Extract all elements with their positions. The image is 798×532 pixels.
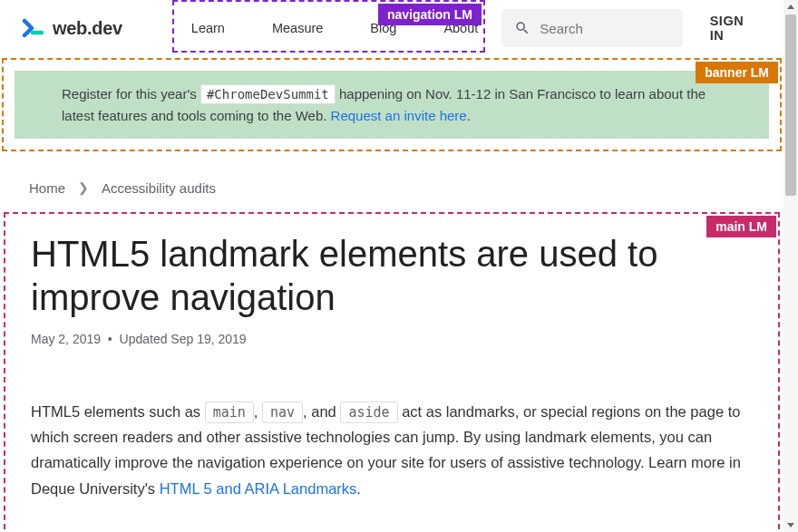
article: HTML5 landmark elements are used to impr… <box>5 214 778 519</box>
vertical-scrollbar[interactable] <box>783 0 798 532</box>
landmark-label-main: main LM <box>706 216 776 237</box>
search-icon <box>514 20 530 36</box>
code-nav: nav <box>262 401 303 423</box>
scroll-down-icon[interactable] <box>787 523 794 527</box>
webdev-logo-icon <box>22 14 47 43</box>
article-paragraph-1: HTML5 elements such as main, nav, and as… <box>31 399 753 501</box>
nav-about[interactable]: About <box>420 3 501 53</box>
nav-learn[interactable]: Learn <box>168 3 248 53</box>
search-input[interactable] <box>540 21 669 36</box>
code-main: main <box>205 401 254 423</box>
search-box[interactable] <box>501 9 682 47</box>
signin-button[interactable]: SIGN IN <box>710 14 762 43</box>
landmark-overlay-banner: banner LM Register for this year's #Chro… <box>2 58 782 151</box>
chevron-right-icon: ❯ <box>78 180 89 195</box>
header: web.dev Learn Measure Blog About navigat… <box>0 0 783 56</box>
aria-landmarks-link[interactable]: HTML 5 and ARIA Landmarks <box>160 480 357 497</box>
updated-date: Sep 19, 2019 <box>170 332 246 346</box>
logo[interactable]: web.dev <box>22 14 122 43</box>
published-date: May 2, 2019 <box>31 332 101 346</box>
breadcrumb-current[interactable]: Accessibility audits <box>102 180 216 196</box>
landmark-label-banner: banner LM <box>696 62 778 83</box>
nav-blog[interactable]: Blog <box>346 3 420 53</box>
nav-measure[interactable]: Measure <box>248 3 346 53</box>
article-dates: May 2, 2019 • Updated Sep 19, 2019 <box>31 332 753 346</box>
updated-label: Updated <box>120 332 168 346</box>
primary-nav: Learn Measure Blog About <box>168 3 501 53</box>
breadcrumb: Home ❯ Accessibility audits <box>0 151 783 203</box>
landmark-overlay-main: main LM HTML5 landmark elements are used… <box>4 212 780 532</box>
banner-text-1: Register for this year's <box>62 86 197 102</box>
scroll-up-icon[interactable] <box>787 5 794 9</box>
scrollbar-thumb[interactable] <box>785 15 796 196</box>
logo-text: web.dev <box>53 18 122 39</box>
banner-hashtag[interactable]: #ChromeDevSummit <box>200 84 336 104</box>
banner-text-3: . <box>467 108 471 123</box>
code-aside: aside <box>340 401 397 423</box>
page-title: HTML5 landmark elements are used to impr… <box>31 232 753 319</box>
banner-invite-link[interactable]: Request an invite here <box>331 108 467 123</box>
breadcrumb-home[interactable]: Home <box>29 180 65 196</box>
announcement-banner: Register for this year's #ChromeDevSummi… <box>15 71 769 139</box>
